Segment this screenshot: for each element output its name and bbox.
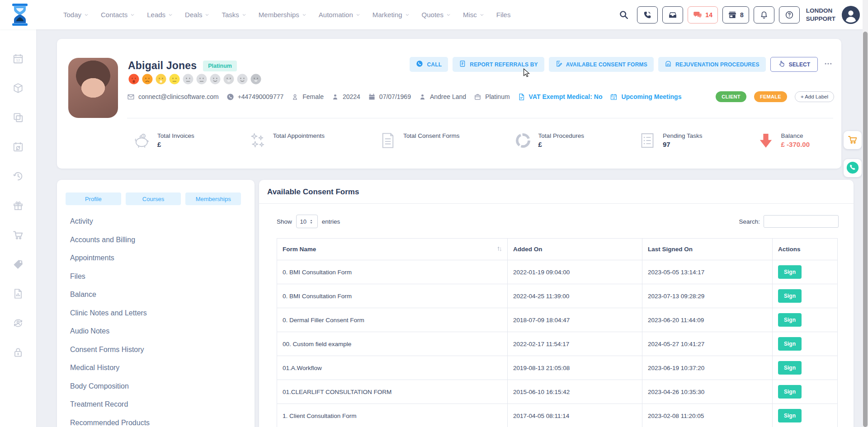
- nav-item-marketing[interactable]: Marketing: [373, 11, 410, 19]
- sign-button[interactable]: Sign: [778, 289, 802, 303]
- tab-courses[interactable]: Courses: [126, 192, 181, 205]
- page-scrollbar[interactable]: [863, 0, 868, 427]
- available-consent-forms-button[interactable]: AVAILABLE CONSENT FORMS: [549, 57, 654, 72]
- form-name-cell: 0. Dermal Filler Consent Form: [277, 308, 508, 332]
- help-button[interactable]: [779, 6, 800, 23]
- chevron-down-icon: [405, 13, 410, 17]
- call-button[interactable]: CALL: [410, 57, 448, 72]
- mood-face-9[interactable]: [236, 73, 248, 85]
- search-icon[interactable]: [619, 10, 629, 20]
- chat-button[interactable]: 14: [688, 6, 718, 23]
- duplicate-icon[interactable]: [12, 112, 24, 123]
- sign-button[interactable]: Sign: [778, 361, 802, 375]
- menu-item-accounts-and-billing[interactable]: Accounts and Billing: [66, 231, 241, 249]
- sign-button[interactable]: Sign: [778, 337, 802, 351]
- mood-face-6[interactable]: [196, 73, 208, 85]
- nav-item-today[interactable]: Today: [63, 11, 89, 19]
- tab-memberships[interactable]: Memberships: [185, 192, 241, 205]
- select-button[interactable]: SELECT: [770, 57, 818, 72]
- gift-icon[interactable]: [12, 200, 24, 211]
- menu-item-consent-forms-history[interactable]: Consent Forms History: [66, 341, 241, 359]
- nav-item-deals[interactable]: Deals: [185, 11, 209, 19]
- nav-item-misc[interactable]: Misc: [463, 11, 484, 19]
- last-signed-cell: 2023-07-13 09:28:29: [642, 284, 773, 308]
- app-logo-icon[interactable]: [11, 4, 29, 26]
- tier-field: Platinum: [474, 93, 509, 101]
- mood-face-10[interactable]: [250, 73, 262, 85]
- column-header-added-on[interactable]: Added On: [508, 239, 642, 260]
- nav-item-files[interactable]: Files: [496, 11, 511, 19]
- menu-item-recommended-products[interactable]: Recommended Products: [66, 414, 241, 427]
- tab-profile[interactable]: Profile: [66, 192, 121, 205]
- package-icon[interactable]: [12, 82, 24, 94]
- menu-item-treatment-record[interactable]: Treatment Record: [66, 395, 241, 414]
- actions-cell: Sign: [773, 380, 838, 404]
- column-header-form-name[interactable]: Form Name: [277, 239, 508, 260]
- calendar-icon[interactable]: 12: [12, 53, 24, 65]
- menu-item-medical-history[interactable]: Medical History: [66, 359, 241, 377]
- upcoming-meetings-link[interactable]: 12Upcoming Meetings: [610, 93, 681, 101]
- scrollbar-thumb[interactable]: [863, 32, 868, 427]
- menu-item-appointments[interactable]: Appointments: [66, 249, 241, 267]
- phone-button[interactable]: [637, 6, 658, 23]
- report-referrals-button[interactable]: REPORT REFERRALS BY: [453, 57, 544, 72]
- nav-item-contacts[interactable]: Contacts: [101, 11, 135, 19]
- floating-cart-button[interactable]: [844, 131, 862, 149]
- menu-item-audio-notes[interactable]: Audio Notes: [66, 322, 241, 341]
- table-row: 01.CLEARLIFT CONSULTATION FORM 2015-06-1…: [277, 380, 838, 404]
- menu-item-activity[interactable]: Activity: [66, 212, 241, 231]
- calendar-12-icon: 12: [610, 93, 618, 101]
- mood-face-2[interactable]: [142, 73, 153, 85]
- history-icon[interactable]: [12, 170, 24, 182]
- mood-face-8[interactable]: [223, 73, 235, 85]
- cart-icon[interactable]: [12, 229, 24, 241]
- mood-face-4[interactable]: [169, 73, 180, 85]
- mood-face-3[interactable]: [155, 73, 167, 85]
- table-controls: Show 10 entries Search:: [277, 215, 839, 228]
- column-header-last-signed-on[interactable]: Last Signed On: [642, 239, 773, 260]
- patient-stats-row: $ Total Invoices £ Total Appointments To…: [133, 131, 810, 150]
- price-tag-icon[interactable]: [12, 258, 24, 270]
- notifications-button[interactable]: [754, 6, 774, 23]
- nav-item-memberships[interactable]: Memberships: [259, 11, 307, 19]
- profile-tabs: ProfileCoursesMemberships: [66, 192, 241, 205]
- table-search-input[interactable]: [764, 215, 839, 228]
- vat-exempt-link[interactable]: VAT Exempt Medical: No: [518, 93, 603, 101]
- whatsapp-button[interactable]: [844, 159, 862, 177]
- user-avatar[interactable]: [842, 6, 860, 24]
- store-count-badge: 8: [740, 11, 744, 19]
- client-sync-icon[interactable]: [12, 317, 24, 329]
- actions-cell: Sign: [773, 308, 838, 332]
- mood-face-5[interactable]: [182, 73, 194, 85]
- add-label-button[interactable]: + Add Label: [795, 91, 834, 102]
- mood-face-7[interactable]: [209, 73, 221, 85]
- rejuvenation-procedures-button[interactable]: REJUVENATION PROCEDURES: [658, 57, 766, 72]
- inbox-button[interactable]: [662, 6, 683, 23]
- store-button[interactable]: 8: [722, 6, 749, 23]
- sign-button[interactable]: Sign: [778, 313, 802, 327]
- label-client[interactable]: CLIENT: [716, 91, 746, 102]
- menu-item-files[interactable]: Files: [66, 267, 241, 286]
- sign-button[interactable]: Sign: [778, 265, 802, 279]
- nav-item-quotes[interactable]: Quotes: [422, 11, 451, 19]
- page-size-select[interactable]: 10: [296, 215, 318, 228]
- nav-item-leads[interactable]: Leads: [147, 11, 173, 19]
- sign-button[interactable]: Sign: [778, 409, 802, 422]
- recurring-calendar-icon[interactable]: [12, 141, 24, 153]
- sign-button[interactable]: Sign: [778, 385, 802, 399]
- menu-item-clinic-notes-and-letters[interactable]: Clinic Notes and Letters: [66, 304, 241, 323]
- label-female[interactable]: FEMALE: [754, 91, 787, 102]
- nav-item-tasks[interactable]: Tasks: [222, 11, 246, 19]
- last-signed-cell: 2023-02-08 11:20:05: [642, 404, 773, 427]
- menu-item-balance[interactable]: Balance: [66, 286, 241, 304]
- report-icon[interactable]: [12, 288, 24, 300]
- last-signed-cell: 2023-04-26 10:35:30: [642, 380, 773, 404]
- lock-icon[interactable]: [12, 347, 24, 358]
- form-name-cell: 1. Client Consultation Form: [277, 404, 508, 427]
- more-options-button[interactable]: [822, 59, 834, 70]
- added-on-cell: 2022-04-25 11:39:00: [508, 284, 642, 308]
- nav-right: 14 8 LONDONSUPPORT: [619, 0, 860, 29]
- mood-face-1[interactable]: [128, 73, 140, 85]
- nav-item-automation[interactable]: Automation: [319, 11, 360, 19]
- menu-item-body-composition[interactable]: Body Composition: [66, 377, 241, 396]
